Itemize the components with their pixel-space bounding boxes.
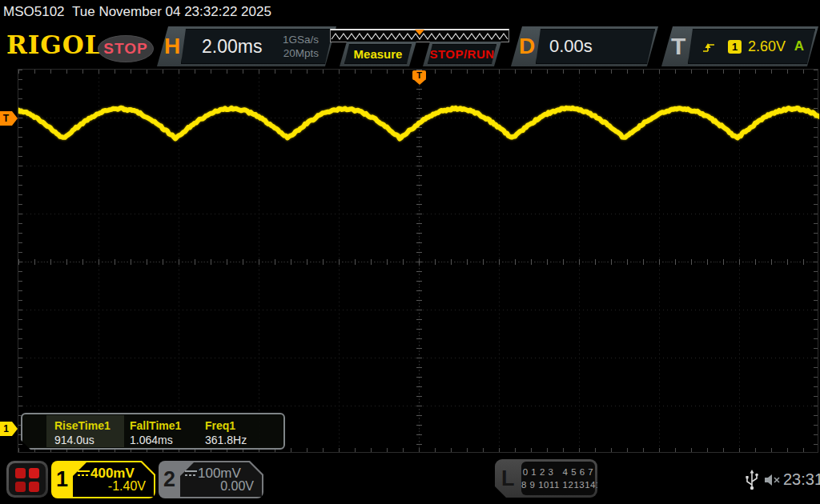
acquisition-status-badge: STOP [98, 35, 154, 62]
stop-run-button[interactable]: STOP/RUN [423, 42, 501, 66]
speaker-muted-icon [762, 472, 783, 488]
channel1-position-marker[interactable]: 1 [0, 422, 12, 436]
channel2-block[interactable]: 2 100mV 0.00V [159, 461, 263, 498]
measure-button[interactable]: Measure [340, 42, 416, 66]
rising-edge-trigger-icon [702, 41, 715, 53]
sample-rate: 1GSa/s [283, 33, 319, 46]
horizontal-position-indicator[interactable] [330, 29, 509, 42]
delay-label: D [519, 34, 535, 59]
status-bar: MSO5102 Tue November 04 23:32:22 2025 [0, 0, 820, 24]
waveform-display-area [18, 69, 818, 453]
horizontal-readout: 2.00ms 1GSa/s 20Mpts [181, 29, 333, 64]
logic-row2: 8 9 1011 12131415 [521, 478, 595, 491]
delay-settings-button[interactable]: D 0.00s [511, 26, 658, 66]
logic-row1: 0 1 2 3 4 5 6 7 [521, 466, 595, 478]
horizontal-label: H [164, 34, 180, 59]
usb-icon [744, 469, 760, 491]
logic-label: L [501, 466, 515, 491]
channel1-waveform [18, 70, 819, 454]
horizontal-settings-button[interactable]: H 2.00ms 1GSa/s 20Mpts [157, 26, 336, 66]
grid-menu-icon[interactable] [6, 461, 48, 498]
oscilloscope-screen: MSO5102 Tue November 04 23:32:22 2025 RI… [0, 0, 820, 504]
dc-coupling-icon [185, 470, 197, 476]
trigger-level-value: 2.60V [748, 38, 786, 55]
delay-readout: 0.00s [536, 29, 655, 64]
model-name: MSO5102 [3, 4, 65, 20]
channel2-offset: 0.00V [220, 479, 254, 494]
measurement-value: 914.0us [54, 434, 94, 446]
measurement-value: 361.8Hz [205, 434, 247, 446]
trigger-readout: 1 2.60V A [688, 29, 815, 64]
measurement-label: RiseTime1 [54, 419, 111, 432]
clock: 23:31 [783, 470, 820, 489]
trigger-position-marker[interactable]: T [412, 70, 426, 80]
trigger-source-badge: 1 [728, 40, 742, 54]
delay-value: 0.00s [549, 36, 593, 57]
dc-coupling-icon [78, 470, 90, 476]
timebase-value: 2.00ms [202, 36, 262, 58]
datetime: Tue November 04 23:32:22 2025 [72, 4, 271, 20]
memory-depth: 20Mpts [283, 46, 319, 60]
measurement-label: FallTime1 [130, 419, 181, 432]
stop-run-button-label: STOP/RUN [429, 47, 494, 61]
rigol-logo: RIGOL [6, 30, 103, 59]
measure-button-label: Measure [354, 47, 403, 61]
trigger-mode: A [794, 38, 804, 54]
measurement-label: Freq1 [205, 419, 235, 432]
trigger-label: T [671, 33, 685, 60]
channel1-number: 1 [51, 461, 73, 498]
trigger-position-indicator-icon [415, 30, 424, 35]
channel2-number: 2 [159, 461, 180, 498]
measurements-panel[interactable]: RiseTime1 914.0us FallTime1 1.064ms Freq… [21, 413, 285, 450]
trigger-settings-button[interactable]: T 1 2.60V A [661, 26, 818, 66]
measurement-value: 1.064ms [130, 434, 173, 446]
logic-channels-block[interactable]: L 0 1 2 3 4 5 6 7 8 9 1011 12131415 [495, 459, 597, 498]
channel1-offset: -1.40V [108, 479, 146, 494]
trigger-level-marker[interactable]: T [0, 111, 12, 126]
channel1-block[interactable]: 1 400mV -1.40V [51, 461, 155, 498]
